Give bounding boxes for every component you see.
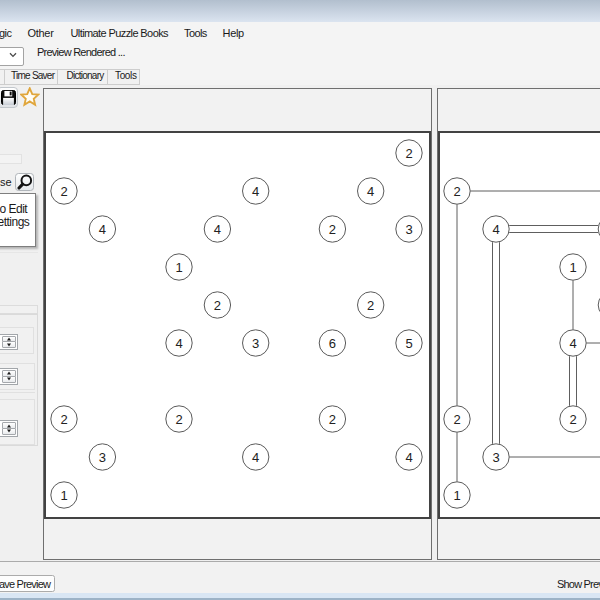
- svg-text:4: 4: [252, 184, 259, 199]
- svg-text:1: 1: [60, 488, 67, 503]
- svg-text:2: 2: [453, 184, 460, 199]
- svg-text:2: 2: [405, 146, 412, 161]
- svg-text:2: 2: [329, 222, 336, 237]
- svg-text:2: 2: [569, 412, 576, 427]
- svg-text:4: 4: [99, 222, 106, 237]
- svg-text:4: 4: [492, 222, 499, 237]
- svg-text:3: 3: [252, 336, 259, 351]
- svg-text:4: 4: [367, 184, 374, 199]
- svg-text:2: 2: [329, 412, 336, 427]
- svg-text:5: 5: [405, 336, 412, 351]
- svg-text:3: 3: [405, 222, 412, 237]
- svg-text:2: 2: [367, 298, 374, 313]
- svg-text:4: 4: [214, 222, 221, 237]
- svg-text:3: 3: [492, 450, 499, 465]
- svg-text:2: 2: [60, 184, 67, 199]
- svg-text:4: 4: [405, 450, 412, 465]
- svg-text:4: 4: [175, 336, 182, 351]
- svg-text:4: 4: [252, 450, 259, 465]
- svg-text:1: 1: [175, 260, 182, 275]
- svg-text:1: 1: [569, 260, 576, 275]
- svg-text:2: 2: [453, 412, 460, 427]
- svg-text:2: 2: [60, 412, 67, 427]
- svg-text:2: 2: [175, 412, 182, 427]
- svg-text:2: 2: [214, 298, 221, 313]
- svg-text:3: 3: [99, 450, 106, 465]
- svg-text:1: 1: [453, 488, 460, 503]
- svg-text:4: 4: [569, 336, 576, 351]
- svg-text:6: 6: [329, 336, 336, 351]
